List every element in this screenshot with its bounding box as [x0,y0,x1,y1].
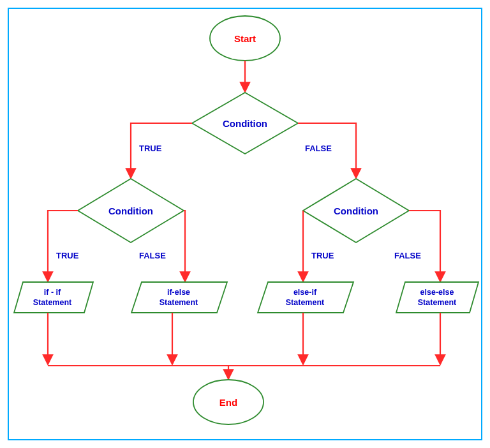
stmt-else-else-l2: Statement [418,298,457,307]
end-label: End [219,397,237,408]
left-false-label: FALSE [139,251,166,260]
stmt-else-if-l2: Statement [286,298,325,307]
flowchart-canvas: Start Condition TRUE FALSE Condition Con… [0,0,490,448]
flowchart-svg: Start Condition TRUE FALSE Condition Con… [0,0,490,448]
stmt-if-if-node [14,282,93,313]
cond-left-label: Condition [108,205,153,216]
stmt-if-else-l2: Statement [160,298,198,307]
top-false-label: FALSE [305,144,332,153]
edge-leftcond-true [48,211,78,281]
edge-rightcond-false [409,211,440,281]
left-true-label: TRUE [56,251,79,260]
stmt-else-else-node [396,282,479,313]
edge-leftcond-false [184,211,185,281]
right-false-label: FALSE [394,251,421,260]
right-true-label: TRUE [311,251,334,260]
cond-top-label: Condition [223,118,267,129]
stmt-if-else-l1: if-else [167,288,190,297]
stmt-else-if-l1: else-if [293,288,317,297]
stmt-else-if-node [258,282,353,313]
top-true-label: TRUE [139,144,162,153]
cond-right-label: Condition [334,205,378,216]
stmt-else-else-l1: else-else [420,288,454,297]
stmt-if-else-node [131,282,227,313]
stmt-if-if-l1: if - if [44,288,61,297]
start-label: Start [234,33,256,44]
stmt-if-if-l2: Statement [33,298,72,307]
